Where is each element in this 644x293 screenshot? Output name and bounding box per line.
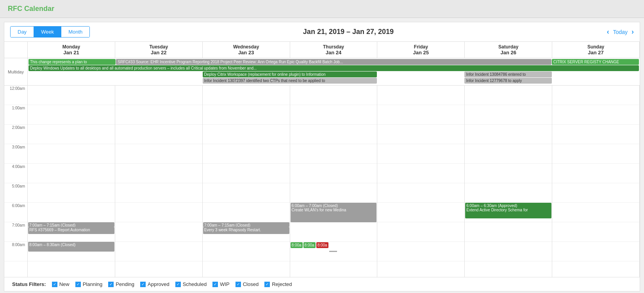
day-date-6: Jan 27: [554, 50, 638, 55]
multi-event-3-1[interactable]: Infor Incident 12779678 to apply: [464, 78, 551, 84]
event-thu-6am[interactable]: 6:00am – 7:00am (Closed) Create WLAN's f…: [291, 203, 377, 222]
event-sat-6am[interactable]: 6:00am – 6:30am (Approved) Extend Active…: [465, 203, 551, 218]
app-title: RFC Calendar: [8, 5, 54, 13]
checkbox-approved[interactable]: ✓: [140, 282, 146, 287]
hour-1-0: [115, 86, 202, 105]
status-label-approved: Approved: [148, 281, 169, 287]
day-header-6: Sunday Jan 27: [552, 42, 640, 58]
day-date-1: Jan 22: [117, 50, 201, 55]
checkbox-wip[interactable]: ✓: [212, 282, 218, 287]
day-name-5: Saturday: [466, 44, 550, 50]
hour-4-4: [377, 164, 464, 183]
event-mon-7am[interactable]: 7:00am – 7:15am (Closed): [28, 222, 114, 227]
multi-event-0-1[interactable]: SRFC#33 Source: EHR Incentive Program Re…: [116, 59, 551, 65]
event-mon-rfs[interactable]: RFS #375669 – Report Automation: [28, 227, 114, 234]
hour-1-5: [115, 183, 202, 203]
hour-5-3: [465, 144, 552, 164]
event-wed-rhapsody[interactable]: Every 3 week Rhapsody Restart.: [203, 227, 289, 234]
days-grid: 7:00am – 7:15am (Closed) RFS #375669 – R…: [28, 86, 640, 277]
multiday-event-row-3: Infor Incident 13072397 identified two C…: [29, 78, 639, 84]
day-headers: Monday Jan 21 Tuesday Jan 22 Wednesday J…: [4, 42, 640, 58]
multi-event-1-0[interactable]: Deploy Windows Updates to all desktops a…: [29, 65, 639, 71]
day-date-5: Jan 26: [466, 50, 550, 55]
hour-4-1: [377, 105, 464, 125]
status-label-pending: Pending: [116, 281, 134, 287]
multi-event-2-1[interactable]: Infor Incident 13084786 entered to: [464, 71, 551, 77]
day-header-3: Thursday Jan 24: [290, 42, 378, 58]
hour-1-4: [115, 164, 202, 183]
day-view-button[interactable]: Day: [11, 27, 34, 37]
checkbox-new[interactable]: ✓: [52, 282, 57, 287]
hour-5-4: [465, 164, 552, 183]
hour-6-0: [552, 86, 639, 105]
hour-6-7: [552, 222, 639, 242]
multiday-event-row-0: This change represents a plan to SRFC#33…: [29, 59, 639, 65]
time-slot-3am: 3:00am: [4, 144, 27, 164]
event-thu-line: [329, 251, 337, 252]
hour-5-7: [465, 222, 552, 242]
time-slot-12am: 12:00am: [4, 86, 27, 105]
status-item-planning: ✓ Planning: [75, 281, 103, 287]
day-header-2: Wednesday Jan 23: [203, 42, 290, 58]
prev-button[interactable]: ‹: [607, 28, 609, 36]
hour-5-6: 6:00am – 6:30am (Approved) Extend Active…: [465, 203, 552, 222]
hour-3-3: [290, 144, 377, 164]
day-date-0: Jan 21: [29, 50, 113, 55]
hour-5-0: [465, 86, 552, 105]
checkbox-rejected[interactable]: ✓: [264, 282, 270, 287]
day-col-3: 6:00am – 7:00am (Closed) Create WLAN's f…: [290, 86, 378, 277]
day-name-0: Monday: [29, 44, 113, 50]
calendar-body: 12:00am 1:00am 2:00am 3:00am 4:00am 5:00…: [4, 86, 640, 277]
multi-event-0-2[interactable]: CITRIX SERVER REGISTY CHANGE: [552, 59, 639, 65]
week-view-button[interactable]: Week: [34, 27, 61, 37]
time-slot-4am: 4:00am: [4, 164, 27, 183]
hour-1-6: [115, 203, 202, 222]
status-label-wip: WIP: [220, 281, 230, 287]
hour-0-8: 8:00am – 8:30am (Closed): [28, 242, 115, 261]
hour-3-6: 6:00am – 7:00am (Closed) Create WLAN's f…: [290, 203, 377, 222]
hour-4-8: [377, 242, 464, 261]
hour-6-6: [552, 203, 639, 222]
checkbox-planning[interactable]: ✓: [75, 282, 81, 287]
hour-3-5: [290, 183, 377, 203]
event-mon-8am[interactable]: 8:00am – 8:30am (Closed): [28, 242, 114, 252]
event-thu-8a-2[interactable]: 8:00a: [303, 242, 316, 248]
next-button[interactable]: ›: [632, 28, 634, 36]
day-col-5: 6:00am – 6:30am (Approved) Extend Active…: [465, 86, 552, 277]
multi-event-2-0[interactable]: Deploy Citrix Workspace (replacement for…: [203, 71, 377, 77]
hour-5-5: [465, 183, 552, 203]
event-thu-8a-3[interactable]: 8:00a: [316, 242, 328, 248]
hour-2-8: [203, 242, 290, 261]
hour-1-8: [115, 242, 202, 261]
hour-3-0: [290, 86, 377, 105]
day-header-0: Monday Jan 21: [28, 42, 115, 58]
day-name-1: Tuesday: [117, 44, 201, 50]
multi-event-0-0[interactable]: This change represents a plan to: [29, 59, 116, 65]
calendar-container: Day Week Month Jan 21, 2019 – Jan 27, 20…: [4, 22, 640, 291]
today-button[interactable]: Today: [613, 29, 628, 35]
hour-2-7: 7:00am – 7:15am (Closed) Every 3 week Rh…: [203, 222, 290, 242]
month-view-button[interactable]: Month: [61, 27, 89, 37]
hour-0-1: [28, 105, 115, 125]
event-wed-7am[interactable]: 7:00am – 7:15am (Closed): [203, 222, 289, 227]
checkbox-scheduled[interactable]: ✓: [175, 282, 181, 287]
hour-6-1: [552, 105, 639, 125]
hour-0-7: 7:00am – 7:15am (Closed) RFS #375669 – R…: [28, 222, 115, 242]
status-label-planning: Planning: [83, 281, 103, 287]
hour-6-5: [552, 183, 639, 203]
day-col-4: [377, 86, 465, 277]
day-col-6: [552, 86, 640, 277]
event-thu-8a-1[interactable]: 8:00a: [291, 242, 303, 248]
multi-event-3-0[interactable]: Infor Incident 13072397 identified two C…: [203, 78, 377, 84]
day-col-1: [115, 86, 203, 277]
hour-5-2: [465, 125, 552, 144]
hour-0-2: [28, 125, 115, 144]
hour-4-3: [377, 144, 464, 164]
day-col-0: 7:00am – 7:15am (Closed) RFS #375669 – R…: [28, 86, 115, 277]
hour-1-3: [115, 144, 202, 164]
checkbox-pending[interactable]: ✓: [108, 282, 114, 287]
hour-1-2: [115, 125, 202, 144]
time-slot-8am: 8:00am: [4, 242, 27, 261]
checkbox-closed[interactable]: ✓: [235, 282, 241, 287]
hour-0-6: [28, 203, 115, 222]
